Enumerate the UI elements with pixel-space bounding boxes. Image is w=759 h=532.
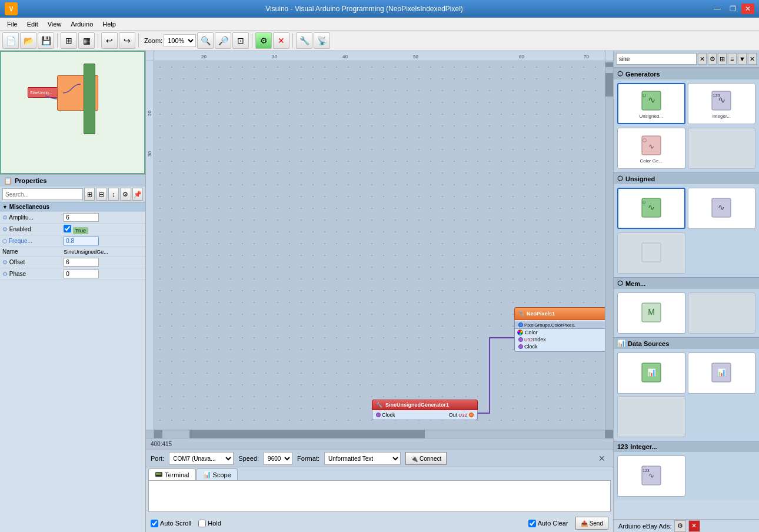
ads-close-btn[interactable]: ✕ bbox=[688, 520, 700, 532]
rp-item-mem1[interactable]: M bbox=[617, 292, 685, 334]
props-collapse-btn[interactable]: ⊟ bbox=[96, 188, 106, 201]
minimize-button[interactable]: — bbox=[711, 4, 724, 14]
menu-help[interactable]: Help bbox=[98, 19, 121, 29]
props-sort-btn[interactable]: ↕ bbox=[108, 188, 119, 201]
auto-clear-label[interactable]: Auto Clear bbox=[528, 520, 568, 527]
neopixels-block[interactable]: 🔧 NeoPixels1 ✕ PixelGroups.ColorPixel1 O… bbox=[514, 307, 605, 352]
rp-item-placeholder1 bbox=[688, 128, 756, 169]
canvas-vscroll[interactable] bbox=[605, 61, 613, 430]
menu-arduino[interactable]: Arduino bbox=[66, 19, 98, 29]
canvas-inner[interactable]: 🔧 SineUnsignedGenerator1 Clock Out U32 bbox=[154, 61, 605, 430]
zoom-select[interactable]: 50% 75% 100% 125% 150% 200% bbox=[164, 34, 196, 47]
vscroll-up-btn[interactable] bbox=[605, 62, 613, 67]
menu-edit[interactable]: Edit bbox=[22, 19, 43, 29]
prop-amplitude-input[interactable] bbox=[64, 213, 99, 222]
prop-offset-input[interactable] bbox=[64, 258, 99, 267]
ads-settings-btn[interactable]: ⚙ bbox=[674, 520, 686, 532]
right-panel: ✕ ⚙ ⊞ ≡ ▼ ✕ ⬡ Generators ∿ U Unsigned... bbox=[613, 51, 759, 532]
canvas-hscroll[interactable] bbox=[154, 430, 613, 438]
rp-item-ds1[interactable]: 📊 bbox=[617, 353, 685, 394]
open-button[interactable]: 📂 bbox=[20, 32, 36, 49]
tab-scope[interactable]: 📊 Scope bbox=[197, 468, 238, 480]
compile-button[interactable]: ⚙ bbox=[255, 32, 272, 49]
auto-clear-checkbox[interactable] bbox=[528, 520, 536, 527]
properties-search[interactable] bbox=[2, 188, 83, 200]
sine-gen-block[interactable]: 🔧 SineUnsignedGenerator1 Clock Out U32 bbox=[372, 400, 478, 420]
menu-view[interactable]: View bbox=[43, 19, 66, 29]
rp-item-unsigned1[interactable]: ∿ U bbox=[617, 188, 685, 229]
rp-section-integer[interactable]: 123 Integer... bbox=[614, 441, 759, 452]
sine-gen-out-dot[interactable] bbox=[469, 413, 474, 417]
neopixels-body: PixelGroups.ColorPixel1 Out Color bbox=[514, 320, 605, 352]
prop-phase-input[interactable] bbox=[64, 270, 99, 278]
tab-terminal[interactable]: 📟 Terminal bbox=[148, 468, 196, 480]
grid2-button[interactable]: ▦ bbox=[78, 32, 95, 49]
neopixels-pg-dot[interactable] bbox=[518, 322, 523, 327]
neopixels-index-dot-left[interactable] bbox=[518, 337, 523, 342]
save-button[interactable]: 💾 bbox=[38, 32, 54, 49]
rp-settings-btn[interactable]: ⚙ bbox=[708, 53, 717, 65]
neopixels-clock-dot[interactable] bbox=[518, 344, 523, 349]
new-button[interactable]: 📄 bbox=[2, 32, 19, 49]
rp-item-color-gen[interactable]: ⬡ ∿ Color Ge... bbox=[617, 128, 685, 169]
connect-button[interactable]: 🔌 Connect bbox=[405, 452, 447, 465]
format-select[interactable]: Unformatted Text bbox=[324, 452, 401, 465]
maximize-button[interactable]: ❐ bbox=[726, 4, 739, 14]
sine-gen-body: Clock Out U32 bbox=[372, 410, 478, 420]
title-bar: V Visuino - Visual Arduino Programming (… bbox=[0, 0, 759, 18]
port-select[interactable]: COM7 (Unava... bbox=[169, 452, 234, 465]
upload-button[interactable]: ✕ bbox=[273, 32, 289, 49]
zoom-in-button[interactable]: 🔍 bbox=[197, 32, 214, 49]
preview-wires bbox=[1, 52, 144, 173]
rp-section-generators[interactable]: ⬡ Generators bbox=[614, 68, 759, 79]
rp-section-datasources[interactable]: 📊 Data Sources bbox=[614, 337, 759, 349]
rp-item-unsigned-sine[interactable]: ∿ U Unsigned... bbox=[617, 83, 685, 124]
bottom-close-btn[interactable]: ✕ bbox=[595, 452, 608, 465]
menu-file[interactable]: File bbox=[2, 19, 22, 29]
connect-label: Connect bbox=[420, 455, 441, 462]
neopixels-color-dot[interactable] bbox=[517, 330, 523, 335]
rp-section-mem[interactable]: ⬡ Mem... bbox=[614, 277, 759, 289]
zoom-fit-button[interactable]: ⊡ bbox=[232, 32, 249, 49]
send-button[interactable]: 📤 Send bbox=[575, 517, 608, 530]
hscroll-thumb[interactable] bbox=[189, 430, 425, 438]
rp-search-input[interactable] bbox=[616, 53, 697, 65]
redo-button[interactable]: ↪ bbox=[119, 32, 135, 49]
grid-button[interactable]: ⊞ bbox=[61, 32, 77, 49]
auto-scroll-checkbox[interactable] bbox=[151, 520, 158, 527]
hscroll-left-btn[interactable] bbox=[154, 430, 162, 438]
rp-item-ds2[interactable]: 📊 bbox=[688, 353, 756, 394]
close-button[interactable]: ✕ bbox=[741, 4, 754, 14]
prop-row-frequency: ⬡ Freque... bbox=[0, 235, 145, 247]
rp-grid-btn[interactable]: ⊞ bbox=[718, 53, 727, 65]
vscroll-thumb[interactable] bbox=[605, 73, 613, 97]
rp-item-int1[interactable]: ∿ 123 bbox=[617, 455, 685, 497]
rp-datasources-label: Data Sources bbox=[628, 340, 669, 347]
hold-checkbox[interactable] bbox=[198, 520, 206, 527]
props-filter-btn[interactable]: ⚙ bbox=[120, 188, 131, 201]
undo-button[interactable]: ↩ bbox=[101, 32, 118, 49]
props-pin-btn[interactable]: 📌 bbox=[132, 188, 143, 201]
rp-item-integer-sine[interactable]: ∿ 123 Integer... bbox=[688, 83, 756, 124]
prop-enabled-checkbox[interactable] bbox=[64, 225, 71, 232]
sine-gen-clock-port: Clock Out U32 bbox=[372, 411, 477, 418]
rp-list-btn[interactable]: ≡ bbox=[728, 53, 737, 65]
props-expand-btn[interactable]: ⊞ bbox=[84, 188, 95, 201]
rp-section-unsigned[interactable]: ⬡ Unsigned bbox=[614, 172, 759, 184]
zoom-out-button[interactable]: 🔎 bbox=[215, 32, 231, 49]
rp-unsigned-grid: ∿ U ∿ bbox=[614, 184, 759, 232]
prop-frequency-input[interactable] bbox=[64, 237, 99, 245]
rp-expand-btn[interactable]: ▼ bbox=[738, 53, 747, 65]
sine-gen-clock-dot[interactable] bbox=[376, 413, 381, 417]
board-button[interactable]: 🔧 bbox=[296, 32, 312, 49]
rp-item-unsigned2[interactable]: ∿ bbox=[688, 188, 756, 229]
rp-search-clear-btn[interactable]: ✕ bbox=[698, 53, 707, 65]
rp-close-btn[interactable]: ✕ bbox=[748, 53, 757, 65]
hold-label[interactable]: Hold bbox=[198, 520, 221, 527]
rp-mem1-icon: M bbox=[640, 301, 663, 324]
serial-button[interactable]: 📡 bbox=[314, 32, 330, 49]
speed-select[interactable]: 9600 bbox=[264, 452, 292, 465]
terminal-area[interactable] bbox=[148, 480, 611, 512]
auto-scroll-label[interactable]: Auto Scroll bbox=[151, 520, 191, 527]
hscroll-right-btn[interactable] bbox=[605, 430, 613, 438]
